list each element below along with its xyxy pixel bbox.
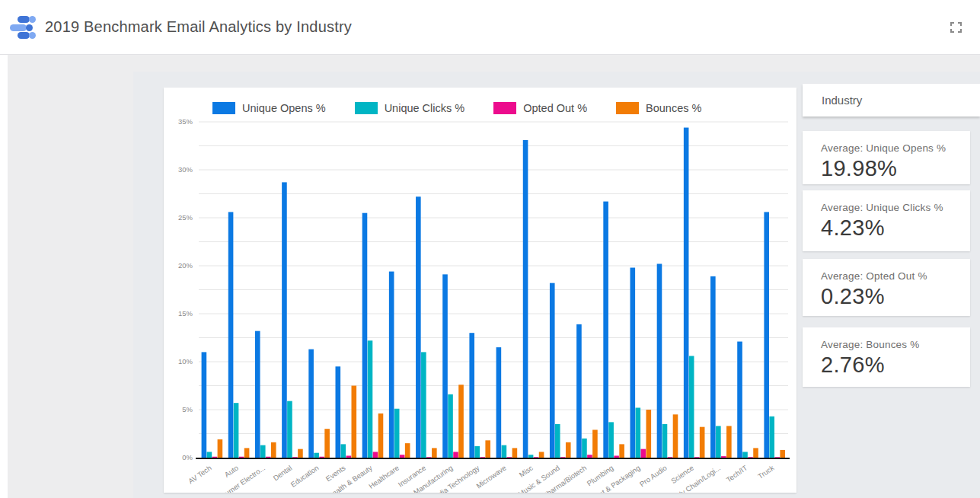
- bar-opted-out-10[interactable]: [453, 452, 458, 458]
- legend-item-3[interactable]: Opted Out %: [493, 102, 587, 114]
- bar-unique-clicks-12[interactable]: [502, 445, 507, 458]
- databox-logo-icon: [10, 16, 37, 39]
- legend-swatch-icon: [493, 102, 516, 114]
- bar-opted-out-19[interactable]: [694, 457, 700, 458]
- bar-unique-opens-21[interactable]: [737, 342, 742, 458]
- bar-bounces-3[interactable]: [271, 442, 276, 458]
- bar-bounces-4[interactable]: [298, 449, 303, 458]
- bar-unique-clicks-9[interactable]: [421, 352, 426, 458]
- bar-unique-clicks-21[interactable]: [742, 452, 748, 458]
- bar-unique-clicks-8[interactable]: [394, 409, 400, 458]
- bar-unique-opens-1[interactable]: [202, 352, 207, 458]
- bar-opted-out-5[interactable]: [319, 457, 324, 458]
- bar-unique-opens-8[interactable]: [389, 272, 394, 458]
- bar-unique-clicks-16[interactable]: [608, 422, 614, 458]
- bar-unique-clicks-5[interactable]: [314, 453, 319, 458]
- bar-unique-clicks-18[interactable]: [662, 424, 668, 458]
- bar-opted-out-14[interactable]: [560, 457, 566, 458]
- bar-opted-out-17[interactable]: [641, 449, 646, 458]
- bar-opted-out-20[interactable]: [721, 456, 726, 458]
- bar-bounces-15[interactable]: [592, 429, 598, 458]
- bar-unique-opens-14[interactable]: [550, 283, 555, 458]
- bar-opted-out-16[interactable]: [614, 455, 619, 458]
- bar-opted-out-3[interactable]: [266, 457, 271, 458]
- bar-unique-clicks-13[interactable]: [528, 455, 534, 458]
- bar-opted-out-6[interactable]: [346, 455, 352, 458]
- bar-unique-clicks-3[interactable]: [260, 445, 266, 458]
- bar-opted-out-21[interactable]: [748, 457, 753, 458]
- bar-unique-clicks-19[interactable]: [689, 356, 694, 458]
- bar-opted-out-1[interactable]: [212, 457, 218, 458]
- bar-bounces-6[interactable]: [352, 386, 357, 458]
- bar-bounces-2[interactable]: [244, 448, 250, 458]
- x-axis-label: Misc: [518, 463, 535, 478]
- bar-unique-clicks-2[interactable]: [234, 403, 239, 458]
- bar-bounces-9[interactable]: [432, 448, 437, 458]
- bar-unique-opens-18[interactable]: [657, 263, 662, 458]
- bar-unique-opens-12[interactable]: [496, 347, 502, 458]
- x-axis-label: Tech/IT: [725, 464, 749, 484]
- bar-bounces-13[interactable]: [539, 452, 544, 458]
- bar-unique-opens-7[interactable]: [362, 213, 368, 458]
- bar-bounces-5[interactable]: [324, 429, 330, 458]
- bar-bounces-18[interactable]: [673, 414, 678, 458]
- bar-opted-out-7[interactable]: [373, 452, 378, 458]
- bar-bounces-17[interactable]: [646, 410, 652, 458]
- bar-bounces-12[interactable]: [512, 448, 518, 458]
- bar-unique-clicks-14[interactable]: [555, 424, 560, 458]
- bar-unique-clicks-7[interactable]: [368, 340, 373, 458]
- legend-item-2[interactable]: Unique Clicks %: [355, 102, 465, 114]
- bar-bounces-21[interactable]: [753, 448, 758, 458]
- bar-unique-opens-10[interactable]: [442, 274, 448, 458]
- bar-bounces-14[interactable]: [566, 442, 571, 458]
- bar-opted-out-4[interactable]: [292, 457, 298, 458]
- bar-unique-clicks-22[interactable]: [769, 417, 774, 458]
- bar-unique-opens-17[interactable]: [630, 268, 636, 458]
- bar-bounces-1[interactable]: [218, 439, 223, 458]
- bar-opted-out-15[interactable]: [587, 455, 592, 458]
- bar-opted-out-8[interactable]: [400, 455, 405, 458]
- bar-unique-clicks-11[interactable]: [474, 446, 480, 458]
- bar-unique-clicks-17[interactable]: [636, 407, 641, 458]
- legend-item-1[interactable]: Unique Opens %: [212, 102, 326, 114]
- fullscreen-icon[interactable]: [950, 22, 962, 33]
- industry-filter-dropdown[interactable]: Industry: [803, 84, 980, 117]
- bar-unique-opens-3[interactable]: [255, 331, 260, 458]
- bar-bounces-8[interactable]: [405, 443, 410, 458]
- bar-unique-opens-19[interactable]: [684, 128, 689, 458]
- bar-unique-clicks-15[interactable]: [582, 439, 587, 458]
- bar-unique-clicks-4[interactable]: [287, 401, 292, 458]
- bar-bounces-19[interactable]: [700, 427, 705, 458]
- bar-unique-opens-11[interactable]: [469, 333, 474, 458]
- bar-bounces-10[interactable]: [458, 385, 464, 458]
- bar-unique-clicks-20[interactable]: [716, 426, 721, 458]
- bar-unique-opens-2[interactable]: [228, 212, 234, 458]
- bar-opted-out-12[interactable]: [507, 457, 512, 458]
- bar-opted-out-11[interactable]: [480, 457, 485, 458]
- bar-opted-out-22[interactable]: [774, 457, 780, 458]
- bar-bounces-16[interactable]: [619, 444, 624, 458]
- bar-unique-opens-9[interactable]: [416, 196, 421, 458]
- bar-bounces-22[interactable]: [780, 450, 785, 458]
- bar-unique-opens-15[interactable]: [576, 324, 582, 458]
- stat-card-1: Average: Unique Opens %19.98%: [803, 131, 970, 184]
- bar-bounces-20[interactable]: [726, 426, 732, 458]
- legend-swatch-icon: [616, 102, 639, 114]
- bar-unique-opens-4[interactable]: [282, 182, 287, 458]
- bar-opted-out-2[interactable]: [239, 457, 244, 458]
- bar-unique-opens-16[interactable]: [603, 202, 608, 458]
- bar-bounces-11[interactable]: [485, 440, 490, 458]
- bar-unique-opens-5[interactable]: [308, 350, 314, 458]
- bar-unique-clicks-10[interactable]: [448, 394, 453, 458]
- bar-opted-out-13[interactable]: [534, 457, 539, 458]
- bar-unique-opens-20[interactable]: [710, 276, 716, 458]
- legend-item-4[interactable]: Bounces %: [616, 102, 701, 114]
- bar-unique-opens-13[interactable]: [523, 140, 528, 458]
- bar-opted-out-9[interactable]: [426, 457, 432, 458]
- bar-unique-opens-6[interactable]: [336, 366, 341, 458]
- bar-unique-clicks-6[interactable]: [341, 444, 346, 458]
- bar-unique-clicks-1[interactable]: [207, 452, 212, 458]
- bar-opted-out-18[interactable]: [668, 457, 673, 458]
- bar-bounces-7[interactable]: [378, 413, 384, 458]
- bar-unique-opens-22[interactable]: [764, 212, 769, 458]
